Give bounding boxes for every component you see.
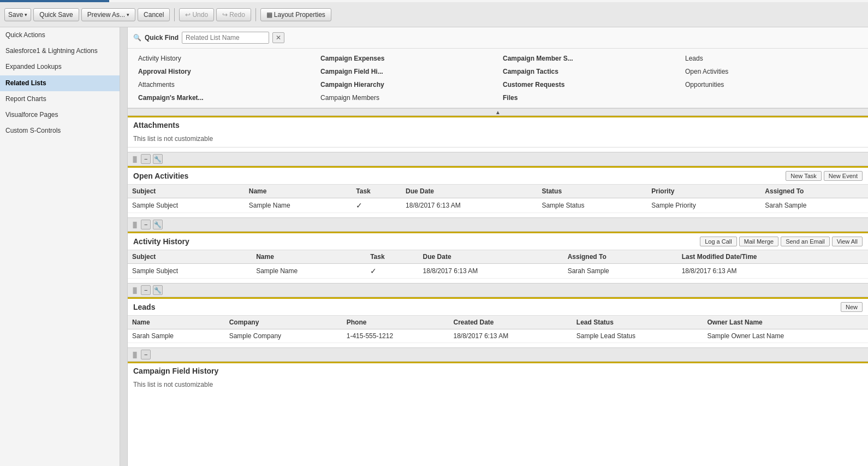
related-item-campaign-hierarchy[interactable]: Campaign Hierarchy — [316, 78, 498, 91]
related-item-open-activities[interactable]: Open Activities — [680, 65, 863, 78]
undo-button[interactable]: ↩ Undo — [179, 8, 214, 21]
redo-icon: ↪ — [222, 11, 228, 19]
campaign-field-history-header: Campaign Field History — [128, 362, 868, 379]
drag-handle-icon-2: ▐▌ — [131, 222, 139, 228]
activity-history-header-row: Subject Name Task Due Date Assigned To L… — [128, 250, 868, 264]
undo-icon: ↩ — [185, 11, 191, 19]
col-leads-name: Name — [128, 316, 225, 329]
table-row: Sample Subject Sample Name ✓ 18/8/2017 6… — [128, 198, 868, 213]
quickfind-clear-button[interactable]: ✕ — [272, 32, 284, 43]
separator-2 — [255, 8, 256, 21]
minimize-button-4[interactable]: − — [141, 350, 151, 359]
sidebar-item-quick-actions[interactable]: Quick Actions — [0, 27, 120, 43]
related-item-leads[interactable]: Leads — [680, 52, 863, 65]
leads-handle[interactable]: ▐▌ − 🔧 — [128, 283, 868, 297]
spacer-1 — [128, 213, 868, 217]
related-item-approval-history[interactable]: Approval History — [133, 65, 316, 78]
related-item-opportunities[interactable]: Opportunities — [680, 78, 863, 91]
quickfind-label: Quick Find — [145, 34, 179, 42]
sidebar-item-salesforce1[interactable]: Salesforce1 & Lightning Actions — [0, 43, 120, 59]
cancel-button[interactable]: Cancel — [138, 8, 170, 21]
related-item-campaigns-market[interactable]: Campaign's Market... — [133, 91, 316, 104]
open-activities-handle[interactable]: ▐▌ − 🔧 — [128, 152, 868, 166]
preview-as-label: Preview As... — [87, 11, 125, 19]
quick-save-button[interactable]: Quick Save — [33, 8, 79, 21]
drag-handle-icon-3: ▐▌ — [131, 287, 139, 293]
col-leads-phone: Phone — [342, 316, 449, 329]
sidebar-item-related-lists[interactable]: Related Lists — [0, 75, 120, 91]
campaign-field-history-section: ▐▌ − Campaign Field History This list is… — [128, 347, 868, 393]
sidebar: Quick Actions Salesforce1 & Lightning Ac… — [0, 27, 128, 466]
open-activities-title: Open Activities — [133, 172, 188, 180]
col-ah-last-modified: Last Modified Date/Time — [677, 250, 868, 264]
view-all-button[interactable]: View All — [832, 237, 863, 246]
new-event-button[interactable]: New Event — [824, 171, 863, 181]
drag-handle-icon: ▐▌ — [131, 156, 139, 162]
layout-properties-button[interactable]: ▦ Layout Properties — [260, 8, 331, 21]
minimize-button-3[interactable]: − — [141, 285, 151, 295]
related-item-campaign-expenses[interactable]: Campaign Expenses — [316, 52, 498, 65]
log-call-button[interactable]: Log a Call — [700, 237, 737, 246]
col-ah-assigned-to: Assigned To — [563, 250, 677, 264]
send-email-button[interactable]: Send an Email — [781, 237, 830, 246]
related-item-campaign-members[interactable]: Campaign Members — [316, 91, 498, 104]
cell-ah-task: ✓ — [366, 264, 418, 279]
related-item-activity-history[interactable]: Activity History — [133, 52, 316, 65]
collapse-arrow-icon: ▲ — [495, 109, 501, 115]
sidebar-item-custom-s-controls[interactable]: Custom S-Controls — [0, 123, 120, 139]
related-item-files[interactable]: Files — [498, 91, 680, 104]
activity-history-table: Subject Name Task Due Date Assigned To L… — [128, 250, 868, 279]
redo-button[interactable]: ↪ Redo — [216, 8, 251, 21]
related-item-customer-requests[interactable]: Customer Requests — [498, 78, 680, 91]
leads-header: Leads New — [128, 297, 868, 315]
attachments-section: Attachments This list is not customizabl… — [128, 116, 868, 148]
sidebar-item-label: Report Charts — [5, 95, 46, 103]
related-item-campaign-tactics[interactable]: Campaign Tactics — [498, 65, 680, 78]
cell-name: Sample Name — [245, 198, 352, 213]
col-task: Task — [352, 185, 401, 198]
search-icon: 🔍 — [133, 34, 141, 42]
campaign-field-history-handle[interactable]: ▐▌ − — [128, 347, 868, 362]
minimize-button[interactable]: − — [141, 154, 151, 164]
sidebar-item-visualforce-pages[interactable]: Visualforce Pages — [0, 107, 120, 123]
sidebar-item-report-charts[interactable]: Report Charts — [0, 91, 120, 107]
spacer-3 — [128, 343, 868, 347]
related-item-attachments[interactable]: Attachments — [133, 78, 316, 91]
activity-history-handle[interactable]: ▐▌ − 🔧 — [128, 217, 868, 232]
col-ah-subject: Subject — [128, 250, 252, 264]
activity-history-actions: Log a Call Mail Merge Send an Email View… — [700, 237, 863, 246]
cell-leads-status: Sample Lead Status — [572, 329, 703, 343]
open-activities-actions: New Task New Event — [786, 171, 863, 181]
wrench-button[interactable]: 🔧 — [153, 154, 163, 164]
collapse-bar[interactable]: ▲ — [128, 108, 868, 116]
col-leads-created-date: Created Date — [449, 316, 572, 329]
cell-ah-due-date: 18/8/2017 6:13 AM — [419, 264, 563, 279]
open-activities-section: ▐▌ − 🔧 Open Activities New Task New Even… — [128, 152, 868, 213]
activity-history-header: Activity History Log a Call Mail Merge S… — [128, 232, 868, 250]
leads-actions: New — [841, 302, 863, 312]
sidebar-scrollbar[interactable] — [120, 27, 127, 466]
attachments-header: Attachments — [128, 116, 868, 133]
cell-priority: Sample Priority — [647, 198, 760, 213]
leads-new-button[interactable]: New — [841, 302, 863, 312]
save-button[interactable]: Save ▾ — [4, 8, 31, 21]
drag-handle-icon-4: ▐▌ — [131, 352, 139, 358]
quickfind-input[interactable] — [182, 32, 269, 44]
activity-history-section: ▐▌ − 🔧 Activity History Log a Call Mail … — [128, 217, 868, 279]
main-content: 🔍 Quick Find ✕ Activity History Campaign… — [128, 27, 868, 466]
minimize-button-2[interactable]: − — [141, 220, 151, 229]
col-ah-name: Name — [252, 250, 366, 264]
table-row: Sarah Sample Sample Company 1-415-555-12… — [128, 329, 868, 343]
related-item-campaign-field-hi[interactable]: Campaign Field Hi... — [316, 65, 498, 78]
sidebar-item-label: Salesforce1 & Lightning Actions — [5, 47, 98, 55]
open-activities-header-row: Subject Name Task Due Date Status Priori… — [128, 185, 868, 198]
wrench-button-2[interactable]: 🔧 — [153, 220, 163, 229]
cell-ah-name: Sample Name — [252, 264, 366, 279]
wrench-button-3[interactable]: 🔧 — [153, 285, 163, 295]
col-leads-status: Lead Status — [572, 316, 703, 329]
sidebar-item-expanded-lookups[interactable]: Expanded Lookups — [0, 59, 120, 75]
related-item-campaign-member-s[interactable]: Campaign Member S... — [498, 52, 680, 65]
preview-as-button[interactable]: Preview As... ▾ — [81, 8, 135, 21]
mail-merge-button[interactable]: Mail Merge — [739, 237, 778, 246]
new-task-button[interactable]: New Task — [786, 171, 821, 181]
